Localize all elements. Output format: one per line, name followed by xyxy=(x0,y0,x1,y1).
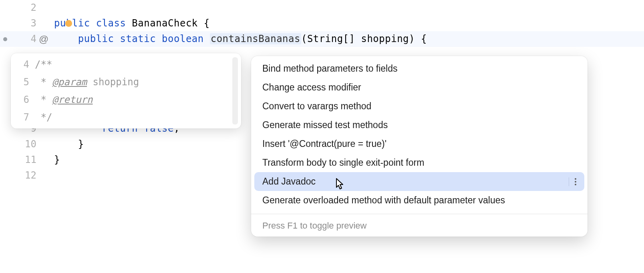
inspection-marker xyxy=(65,20,72,27)
menu-item-label: Convert to varargs method xyxy=(262,101,371,112)
gutter[interactable]: 12 xyxy=(0,168,54,183)
code-editor[interactable]: 23public class BananaCheck {4@ public st… xyxy=(0,0,644,273)
preview-code: /** xyxy=(35,59,52,70)
menu-item-label: Add Javadoc xyxy=(262,176,316,187)
line-number: 12 xyxy=(20,168,36,183)
preview-line: 5 * @param shopping xyxy=(11,73,241,91)
code-content[interactable]: public static boolean containsBananas(St… xyxy=(54,31,427,47)
preview-line: 6 * @return xyxy=(11,91,241,108)
preview-line-number: 6 xyxy=(11,94,35,105)
more-options-icon[interactable] xyxy=(569,177,576,186)
code-line[interactable]: 2 xyxy=(0,0,644,16)
menu-item[interactable]: Add Javadoc xyxy=(254,172,584,191)
menu-item[interactable]: Generate overloaded method with default … xyxy=(251,191,588,210)
line-number: 4 xyxy=(20,31,36,47)
preview-line-number: 4 xyxy=(11,59,35,70)
code-line[interactable]: 4@ public static boolean containsBananas… xyxy=(0,31,644,47)
menu-item-label: Generate overloaded method with default … xyxy=(262,195,505,206)
breakpoint-indicator[interactable] xyxy=(3,37,7,41)
gutter[interactable]: 3 xyxy=(0,16,54,31)
scrollbar[interactable] xyxy=(232,57,238,124)
javadoc-tag: @param xyxy=(52,76,87,88)
preview-code: * @return xyxy=(35,94,93,105)
preview-line: 4/** xyxy=(11,56,241,73)
gutter[interactable]: 11 xyxy=(0,152,54,168)
line-number: 10 xyxy=(20,136,36,152)
code-content[interactable]: public class BananaCheck { xyxy=(54,16,210,31)
menu-item[interactable]: Transform body to single exit-point form xyxy=(251,153,588,172)
gutter[interactable]: 10 xyxy=(0,136,54,152)
preview-code: */ xyxy=(35,112,52,123)
line-number: 2 xyxy=(20,0,36,16)
code-content[interactable]: } xyxy=(54,136,84,152)
line-number: 11 xyxy=(20,152,36,168)
menu-item[interactable]: Convert to varargs method xyxy=(251,97,588,116)
menu-item[interactable]: Generate missed test methods xyxy=(251,116,588,134)
menu-item[interactable]: Insert '@Contract(pure = true)' xyxy=(251,134,588,153)
menu-item-label: Insert '@Contract(pure = true)' xyxy=(262,139,386,149)
line-number: 3 xyxy=(20,16,36,31)
menu-item[interactable]: Change access modifier xyxy=(251,78,588,97)
gutter[interactable]: 4@ xyxy=(0,31,54,47)
code-line[interactable]: 3public class BananaCheck { xyxy=(0,16,644,31)
kebab-icon xyxy=(575,178,576,185)
javadoc-preview-popup: 4/**5 * @param shopping6 * @return7 */ xyxy=(11,53,241,128)
gutter-annotation: @ xyxy=(39,31,51,47)
menu-item[interactable]: Bind method parameters to fields xyxy=(251,59,588,78)
menu-item-label: Generate missed test methods xyxy=(262,120,388,130)
code-content[interactable]: } xyxy=(54,152,60,168)
preview-code: * @param shopping xyxy=(35,76,139,88)
preview-line-number: 7 xyxy=(11,112,35,123)
menu-item-label: Change access modifier xyxy=(262,82,361,93)
menu-separator xyxy=(251,214,588,214)
javadoc-tag: @return xyxy=(52,94,93,105)
menu-footer-hint: Press F1 to toggle preview xyxy=(251,217,588,237)
preview-line-number: 5 xyxy=(11,76,35,88)
preview-line: 7 */ xyxy=(11,108,241,126)
menu-item-label: Bind method parameters to fields xyxy=(262,63,398,74)
menu-item-label: Transform body to single exit-point form xyxy=(262,157,424,168)
gutter[interactable]: 2 xyxy=(0,0,54,16)
intention-actions-menu[interactable]: Bind method parameters to fieldsChange a… xyxy=(251,56,588,237)
